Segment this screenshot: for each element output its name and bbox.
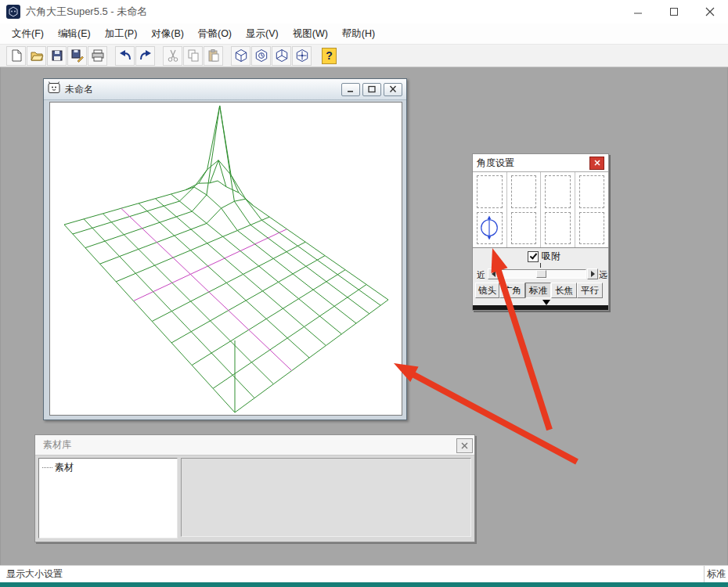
preset-column [473, 172, 507, 247]
close-icon [461, 442, 468, 449]
undo-button[interactable] [115, 46, 135, 66]
preset-column [541, 172, 575, 247]
document-minimize-button[interactable] [341, 83, 360, 96]
redo-button[interactable] [135, 46, 155, 66]
window-controls [620, 0, 728, 23]
lens-option-parallel[interactable]: 平行 [577, 283, 603, 298]
angle-panel-title: 角度设置 [477, 157, 514, 170]
material-panel-titlebar[interactable]: 素材库 [35, 435, 474, 456]
toolbar-separator [224, 45, 231, 67]
lens-option-wide-angle[interactable]: 广角 [499, 283, 525, 298]
maximize-icon [669, 7, 679, 16]
slider-thumb[interactable] [536, 270, 546, 278]
hexagon-tool-button-3[interactable] [272, 46, 291, 66]
maximize-button[interactable] [656, 0, 692, 23]
document-icon [48, 81, 60, 97]
angle-preset-grid [473, 172, 608, 248]
minimize-button[interactable] [620, 0, 656, 23]
cut-button[interactable] [163, 46, 182, 66]
hexagon-cube-bottom-icon [275, 49, 289, 63]
cut-scissors-icon [166, 49, 180, 63]
angle-panel-close-button[interactable] [589, 157, 604, 170]
document-maximize-icon [367, 85, 377, 93]
right-triangle-icon [591, 271, 595, 277]
slider-left-arrow[interactable] [488, 268, 499, 279]
tree-branch-line [42, 467, 52, 469]
material-library-panel: 素材库 素材 [34, 434, 475, 542]
preset-column [575, 172, 609, 247]
slider-center-tick [540, 263, 541, 268]
snap-checkbox[interactable] [528, 251, 539, 262]
hexagon-tool-button-2[interactable] [251, 46, 271, 66]
open-folder-icon [30, 49, 44, 63]
drawing-canvas[interactable] [49, 102, 402, 416]
close-button[interactable] [692, 0, 728, 23]
angle-preset-slot-3[interactable] [545, 175, 571, 208]
save-as-button[interactable] [67, 46, 87, 66]
toolbar-separator [312, 45, 319, 67]
status-mode-cell: 标准 [704, 566, 728, 582]
paste-button[interactable] [204, 46, 223, 66]
help-button[interactable]: ? [319, 46, 339, 66]
angle-preset-slot-7[interactable] [545, 212, 571, 245]
preset-column [507, 172, 542, 247]
snap-label: 吸附 [542, 250, 560, 263]
open-file-button[interactable] [27, 46, 46, 66]
material-tree[interactable]: 素材 [38, 458, 178, 538]
menu-file[interactable]: 文件(F) [5, 23, 51, 44]
bottom-accent-strip [0, 582, 728, 587]
document-window-controls [341, 83, 402, 96]
document-close-icon [388, 85, 398, 93]
document-minimize-icon [346, 85, 355, 93]
document-maximize-button[interactable] [362, 83, 381, 96]
toolbar-separator [108, 45, 115, 67]
printer-icon [91, 49, 105, 63]
material-panel-title: 素材库 [43, 438, 71, 452]
material-tree-root[interactable]: 素材 [42, 461, 174, 474]
material-panel-close-button[interactable] [456, 438, 473, 453]
hexagon-tool-button-1[interactable] [231, 46, 250, 66]
panel-bottom-strip [473, 305, 608, 310]
copy-button[interactable] [183, 46, 203, 66]
angle-panel-titlebar[interactable]: 角度设置 [473, 154, 608, 172]
menu-edit[interactable]: 编辑(E) [51, 23, 98, 44]
angle-preset-slot-2[interactable] [511, 175, 537, 208]
lens-option-telephoto[interactable]: 长焦 [551, 283, 577, 298]
menu-view[interactable]: 视图(W) [286, 23, 335, 44]
paste-clipboard-icon [207, 49, 221, 63]
titlebar[interactable]: 六角大王Super5.5 - 未命名 [0, 0, 728, 23]
hexagon-tool-button-4[interactable] [292, 46, 312, 66]
snap-row: 吸附 [528, 250, 560, 263]
statusbar: 显示大小设置 标准 [0, 565, 728, 582]
save-as-icon [70, 49, 85, 63]
redo-icon [139, 49, 153, 63]
document-titlebar[interactable]: 未命名 [44, 79, 406, 100]
left-triangle-icon [492, 271, 496, 277]
lens-option-standard[interactable]: 标准 [525, 283, 551, 298]
angle-preset-slot-4[interactable] [579, 175, 605, 208]
menu-help[interactable]: 帮助(H) [335, 23, 382, 44]
angle-preset-slot-5[interactable] [477, 212, 503, 245]
save-button[interactable] [47, 46, 67, 66]
material-tree-root-label: 素材 [55, 461, 74, 474]
close-icon [594, 160, 600, 166]
document-window: 未命名 [43, 78, 407, 420]
toolbar-separator [156, 45, 163, 67]
menu-display[interactable]: 显示(V) [239, 23, 286, 44]
slider-right-arrow[interactable] [587, 268, 598, 279]
angle-preset-slot-8[interactable] [579, 212, 605, 245]
print-button[interactable] [88, 46, 107, 66]
lens-label: 镜头 [475, 283, 499, 298]
save-floppy-icon [50, 49, 64, 63]
distance-slider[interactable] [499, 269, 586, 279]
menu-process[interactable]: 加工(P) [98, 23, 145, 44]
new-file-icon [9, 49, 23, 63]
menu-skeleton[interactable]: 骨骼(O) [191, 23, 239, 44]
status-mode-label: 标准 [707, 567, 726, 581]
document-close-button[interactable] [384, 83, 402, 96]
angle-preset-slot-1[interactable] [477, 175, 503, 208]
menu-object[interactable]: 对像(B) [144, 23, 191, 44]
angle-preset-slot-6[interactable] [511, 212, 537, 245]
new-file-button[interactable] [6, 46, 26, 66]
document-title: 未命名 [65, 83, 93, 96]
